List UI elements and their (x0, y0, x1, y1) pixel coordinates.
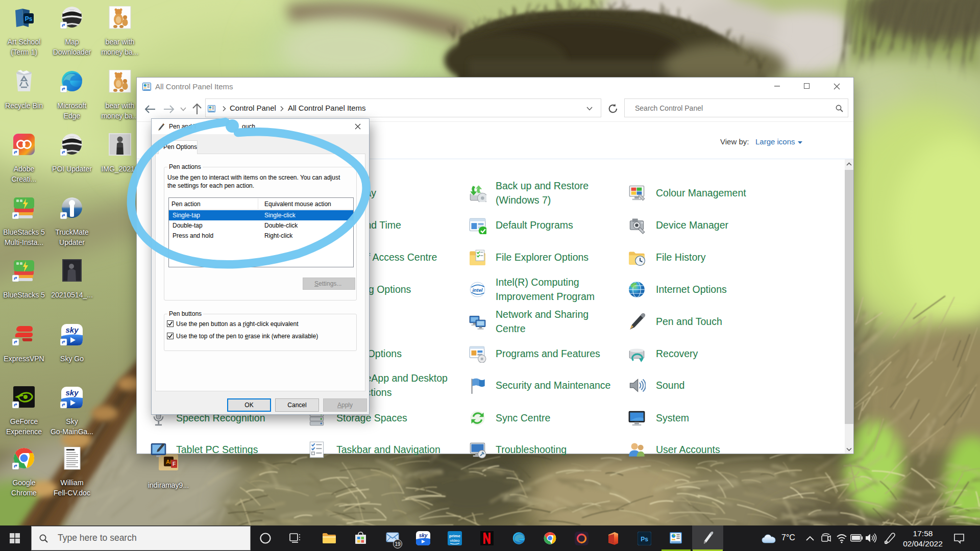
svg-text:video: video (450, 538, 460, 543)
svg-text:intel: intel (472, 287, 482, 293)
svg-text:sky: sky (65, 325, 79, 334)
svg-text:prime: prime (449, 534, 460, 538)
svg-text:F: F (173, 461, 176, 467)
svg-text:Ai: Ai (166, 459, 172, 465)
svg-text:Ps: Ps (25, 15, 33, 22)
svg-text:sky: sky (419, 533, 428, 538)
svg-text:sky: sky (65, 388, 79, 397)
svg-text:Ps: Ps (641, 536, 648, 543)
